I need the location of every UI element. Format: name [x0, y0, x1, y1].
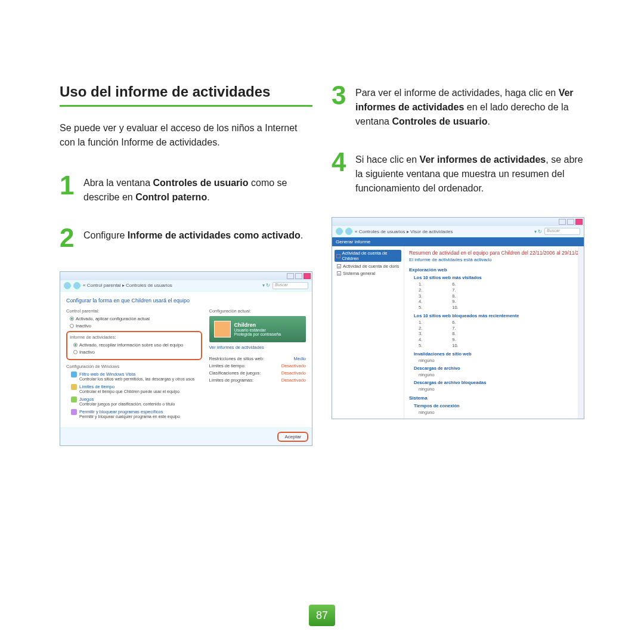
sub-blocked: Los 10 sitios web bloqueados más recient… [409, 313, 579, 318]
txt-dl-none: ninguno [409, 372, 579, 377]
right-column: 3 Para ver el informe de actividades, ha… [332, 83, 584, 446]
sub-blocked-dl: Descargas de archivo bloqueadas [409, 380, 579, 385]
close-icon[interactable] [304, 273, 311, 279]
tree-panel: +Actividad de cuenta de Children +Activi… [332, 246, 404, 419]
step-num-1: 1 [60, 174, 78, 205]
sub-connections: Tiempos de conexión [409, 403, 579, 408]
nav-back-icon[interactable] [336, 228, 343, 235]
close-icon[interactable] [575, 219, 583, 225]
kv-programlimits: Límites de programas:Desactivado [209, 377, 306, 383]
radio-active[interactable]: Activado, aplicar configuración actual [66, 316, 202, 321]
txt-conn-none: ninguno [409, 410, 579, 415]
step-3: 3 Para ver el informe de actividades, ha… [332, 83, 584, 129]
maximize-icon[interactable] [567, 219, 574, 225]
intro-text: Se puede ver y evaluar el acceso de los … [60, 121, 312, 150]
kv-timelimits: Límites de tiempo:Desactivado [209, 363, 306, 369]
step-num-4: 4 [332, 150, 349, 196]
minimize-icon[interactable] [559, 219, 566, 225]
step-body-1: Abra la ventana Controles de usuario com… [83, 174, 312, 205]
link-timelimits[interactable]: Límites de tiempoControlar el tiempo que… [71, 384, 202, 394]
link-webfilter[interactable]: Filtro web de Windows VistaControlar los… [71, 371, 202, 381]
label-current-config: Configuración actual: [209, 308, 306, 314]
visited-list: 1.2.3.4.5. 6.7.8.9.10. [409, 281, 579, 311]
kv-gamerating: Clasificaciones de juegos:Desactivado [209, 370, 306, 376]
config-header: Configurar la forma en que Children usar… [66, 298, 306, 304]
radio-report-off[interactable]: Inactivo [70, 349, 199, 355]
label-winconf: Configuración de Windows [66, 364, 202, 369]
sub-visited: Los 10 sitios web más visitados [409, 275, 579, 280]
report-status: El informe de actividades está activado [409, 257, 579, 262]
scrollbar[interactable] [578, 246, 584, 419]
accept-button[interactable]: Aceptar [277, 432, 308, 442]
address-bar: « Control parental ▸ Controles de usuari… [60, 280, 312, 292]
window-titlebar [60, 272, 312, 280]
txt-dlb-none: ninguno [409, 386, 579, 392]
section-system: Sistema [409, 395, 579, 401]
label-parental: Control parental: [66, 308, 202, 314]
sub-invalid: Invalidaciones de sitio web [409, 351, 579, 357]
tree-item-system[interactable]: +Sistema general [335, 271, 401, 276]
sub-downloads: Descargas de archivo [409, 366, 579, 371]
breadcrumb[interactable]: « Control parental ▸ Controles de usuari… [83, 283, 260, 288]
minimize-icon[interactable] [287, 273, 294, 279]
radio-report-on[interactable]: Activado, recopilar información sobre us… [70, 342, 199, 348]
tree-item-doris[interactable]: +Actividad de cuenta de doris [335, 264, 401, 269]
screenshot-activity-viewer: « Controles de usuarios ▸ Visor de activ… [332, 217, 584, 419]
search-input[interactable]: Buscar [273, 282, 308, 289]
page-title: Uso del informe de actividades [60, 83, 312, 107]
address-bar: « Controles de usuarios ▸ Visor de activ… [332, 226, 584, 237]
left-column: Uso del informe de actividades Se puede … [60, 83, 312, 446]
nav-fwd-icon[interactable] [345, 228, 352, 235]
txt-invalid-none: ninguno [409, 358, 579, 363]
nav-back-icon[interactable] [64, 282, 71, 289]
window-titlebar [332, 218, 584, 226]
user-type: Usuario estándar [234, 328, 281, 332]
step-1: 1 Abra la ventana Controles de usuario c… [60, 174, 312, 205]
nav-fwd-icon[interactable] [73, 282, 80, 289]
breadcrumb[interactable]: « Controles de usuarios ▸ Visor de activ… [355, 229, 532, 234]
page-number: 87 [309, 605, 335, 626]
report-title: Resumen de actividad en el equipo para C… [409, 250, 579, 256]
step-num-3: 3 [332, 83, 349, 129]
link-programs[interactable]: Permitir y bloquear programas específico… [71, 409, 202, 419]
label-report: Informe de actividades: [70, 335, 199, 340]
avatar [214, 321, 231, 338]
tree-item-children[interactable]: +Actividad de cuenta de Children [335, 250, 401, 262]
user-name: Children [234, 322, 281, 328]
step-body-2: Configure Informe de actividades como ac… [83, 226, 303, 250]
step-2: 2 Configure Informe de actividades como … [60, 226, 312, 250]
link-games[interactable]: JuegosControlar juegos por clasificación… [71, 397, 202, 406]
step-4: 4 Si hace clic en Ver informes de activi… [332, 150, 584, 196]
section-web: Exploración web [409, 267, 579, 273]
radio-inactive[interactable]: Inactivo [66, 323, 202, 329]
generate-report-link[interactable]: Generar informe [332, 237, 584, 246]
report-panel: Resumen de actividad en el equipo para C… [404, 246, 584, 419]
step-body-3: Para ver el informe de actividades, haga… [355, 83, 584, 129]
blocked-list: 1.2.3.4.5. 6.7.8.9.10. [409, 320, 579, 349]
search-input[interactable]: Buscar [544, 228, 580, 235]
highlight-activity-report: Informe de actividades: Activado, recopi… [66, 331, 202, 360]
screenshot-user-controls: « Control parental ▸ Controles de usuari… [60, 271, 312, 446]
user-card: Children Usuario estándar Protegida por … [209, 316, 306, 342]
user-protection: Protegida por contraseña [234, 332, 281, 336]
link-view-reports[interactable]: Ver informes de actividades [209, 345, 306, 350]
step-body-4: Si hace clic en Ver informes de activida… [355, 150, 584, 196]
step-num-2: 2 [60, 226, 78, 250]
kv-webrestrict: Restricciones de sitios web:Medio [209, 356, 306, 361]
maximize-icon[interactable] [295, 273, 302, 279]
